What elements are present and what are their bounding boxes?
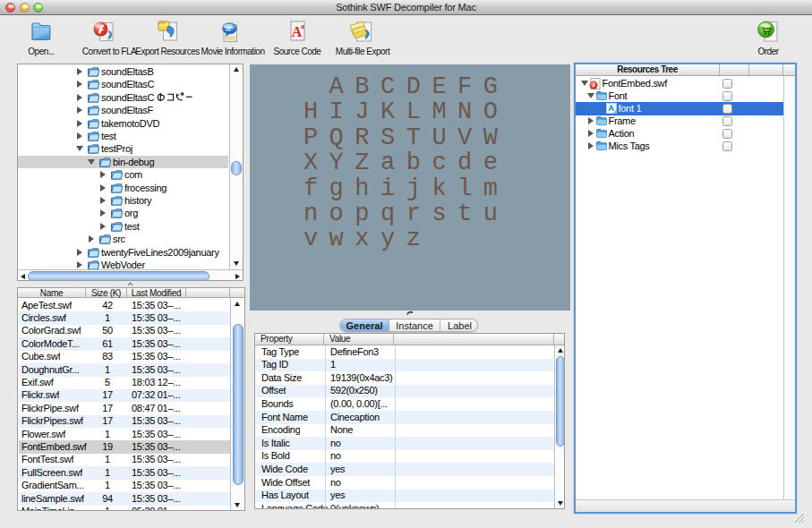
svg-text:a: a <box>301 22 304 30</box>
